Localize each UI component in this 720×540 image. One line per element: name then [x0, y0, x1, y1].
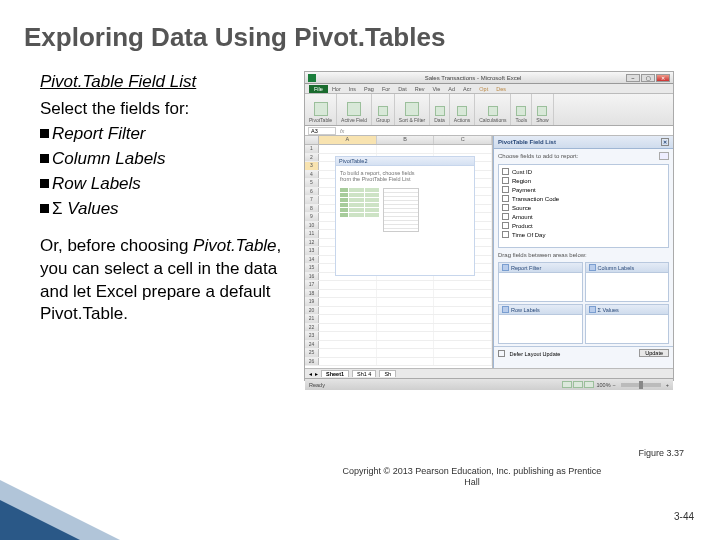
- layout-view-button[interactable]: [573, 381, 583, 388]
- cell[interactable]: [434, 349, 492, 357]
- row-header[interactable]: 6: [305, 188, 319, 196]
- ribbon-group[interactable]: PivotTable: [305, 94, 337, 125]
- field-item[interactable]: Transaction Code: [502, 195, 665, 202]
- zone-row-labels[interactable]: Row Labels: [498, 304, 583, 344]
- defer-checkbox-label[interactable]: Defer Layout Update: [498, 350, 560, 357]
- row-header[interactable]: 12: [305, 239, 319, 247]
- cell[interactable]: [319, 332, 377, 340]
- checkbox-icon[interactable]: [502, 222, 509, 229]
- cell[interactable]: [319, 341, 377, 349]
- column-header[interactable]: B: [377, 136, 435, 144]
- row-header[interactable]: 2: [305, 154, 319, 162]
- pagebreak-view-button[interactable]: [584, 381, 594, 388]
- cell[interactable]: [319, 349, 377, 357]
- cell[interactable]: [434, 332, 492, 340]
- ribbon-group[interactable]: Data: [430, 94, 450, 125]
- row-header[interactable]: 3: [305, 162, 319, 170]
- row-header[interactable]: 4: [305, 171, 319, 179]
- file-tab[interactable]: File: [309, 85, 328, 93]
- zoom-out-button[interactable]: −: [613, 382, 616, 388]
- cell[interactable]: [377, 307, 435, 315]
- cell[interactable]: [434, 290, 492, 298]
- row-header[interactable]: 23: [305, 332, 319, 340]
- row-header[interactable]: 22: [305, 324, 319, 332]
- tab-nav-icon[interactable]: ▸: [315, 371, 318, 377]
- normal-view-button[interactable]: [562, 381, 572, 388]
- cell[interactable]: [377, 145, 435, 153]
- sheet-tab[interactable]: Sh: [379, 370, 396, 377]
- field-item[interactable]: Region: [502, 177, 665, 184]
- row-header[interactable]: 8: [305, 205, 319, 213]
- cell[interactable]: [377, 341, 435, 349]
- ribbon-tab[interactable]: Hor: [328, 85, 345, 93]
- checkbox-icon[interactable]: [502, 177, 509, 184]
- row-header[interactable]: 26: [305, 358, 319, 366]
- checkbox-icon[interactable]: [502, 186, 509, 193]
- update-button[interactable]: Update: [639, 349, 669, 357]
- ribbon-tab[interactable]: For: [378, 85, 394, 93]
- row-header[interactable]: 15: [305, 264, 319, 272]
- tab-nav-icon[interactable]: ◂: [309, 371, 312, 377]
- checkbox-icon[interactable]: [502, 204, 509, 211]
- ribbon-group[interactable]: Calculations: [475, 94, 511, 125]
- cell[interactable]: [434, 341, 492, 349]
- row-header[interactable]: 13: [305, 247, 319, 255]
- row-header[interactable]: 19: [305, 298, 319, 306]
- row-header[interactable]: 21: [305, 315, 319, 323]
- context-tab[interactable]: Opt: [475, 85, 492, 93]
- checkbox-icon[interactable]: [502, 231, 509, 238]
- ribbon-group[interactable]: Group: [372, 94, 395, 125]
- ribbon-group[interactable]: Sort & Filter: [395, 94, 430, 125]
- cell[interactable]: [319, 281, 377, 289]
- row-header[interactable]: 10: [305, 222, 319, 230]
- sheet-tab[interactable]: Sheet1: [321, 370, 349, 377]
- field-item[interactable]: Product: [502, 222, 665, 229]
- name-box[interactable]: A3: [308, 127, 336, 135]
- cell[interactable]: [434, 315, 492, 323]
- cell[interactable]: [377, 358, 435, 366]
- cell[interactable]: [434, 298, 492, 306]
- checkbox-icon[interactable]: [502, 213, 509, 220]
- cell[interactable]: [377, 298, 435, 306]
- ribbon-tab[interactable]: Vie: [428, 85, 444, 93]
- cell[interactable]: [434, 145, 492, 153]
- ribbon-tab[interactable]: Ad: [444, 85, 459, 93]
- zone-column-labels[interactable]: Column Labels: [585, 262, 670, 302]
- cell[interactable]: [319, 324, 377, 332]
- cell[interactable]: [434, 324, 492, 332]
- cell[interactable]: [319, 145, 377, 153]
- ribbon-group[interactable]: Actions: [450, 94, 475, 125]
- field-item[interactable]: Amount: [502, 213, 665, 220]
- field-list-close-button[interactable]: ✕: [661, 138, 669, 146]
- ribbon-tab[interactable]: Acr: [459, 85, 475, 93]
- close-button[interactable]: ✕: [656, 74, 670, 82]
- ribbon-tab[interactable]: Ins: [345, 85, 360, 93]
- field-item[interactable]: Time Of Day: [502, 231, 665, 238]
- ribbon-group[interactable]: Tools: [511, 94, 532, 125]
- cell[interactable]: [319, 358, 377, 366]
- ribbon-group[interactable]: Show: [532, 94, 554, 125]
- fx-icon[interactable]: fx: [340, 128, 344, 134]
- row-header[interactable]: 14: [305, 256, 319, 264]
- row-header[interactable]: 5: [305, 179, 319, 187]
- row-header[interactable]: 25: [305, 349, 319, 357]
- context-tab[interactable]: Des: [492, 85, 510, 93]
- zone-values[interactable]: Σ Values: [585, 304, 670, 344]
- row-header[interactable]: 24: [305, 341, 319, 349]
- cell[interactable]: [377, 324, 435, 332]
- minimize-button[interactable]: –: [626, 74, 640, 82]
- zone-report-filter[interactable]: Report Filter: [498, 262, 583, 302]
- row-header[interactable]: 18: [305, 290, 319, 298]
- cell[interactable]: [377, 349, 435, 357]
- row-header[interactable]: 20: [305, 307, 319, 315]
- field-item[interactable]: Cust ID: [502, 168, 665, 175]
- ribbon-group[interactable]: Active Field: [337, 94, 372, 125]
- field-list-layout-button[interactable]: [659, 152, 669, 160]
- zoom-in-button[interactable]: +: [666, 382, 669, 388]
- worksheet[interactable]: A B C 1234567891011121314151617181920212…: [305, 136, 493, 368]
- cell[interactable]: [377, 332, 435, 340]
- row-header[interactable]: 16: [305, 273, 319, 281]
- checkbox-icon[interactable]: [498, 350, 505, 357]
- ribbon-tab[interactable]: Dat: [394, 85, 411, 93]
- checkbox-icon[interactable]: [502, 195, 509, 202]
